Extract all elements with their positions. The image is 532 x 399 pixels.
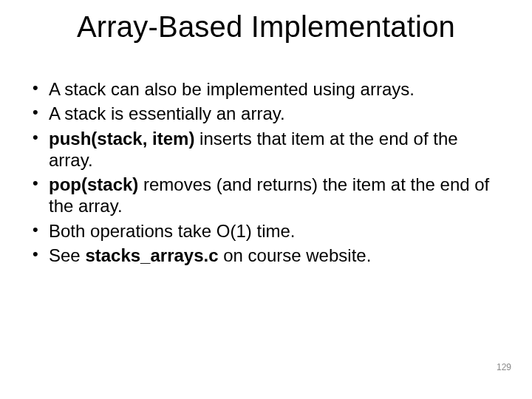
slide-body: A stack can also be implemented using ar… [30, 78, 495, 269]
bullet-bold: stacks_arrays.c [85, 245, 218, 265]
bullet-item: A stack is essentially an array. [30, 103, 495, 124]
page-number: 129 [497, 362, 511, 372]
bullet-bold: push(stack, item) [49, 129, 194, 149]
bullet-post: A stack can also be implemented using ar… [49, 79, 415, 99]
bullet-post: Both operations take O(1) time. [49, 221, 296, 241]
bullet-item: pop(stack) removes (and returns) the ite… [30, 174, 495, 217]
bullet-bold: pop(stack) [49, 174, 138, 194]
bullet-post: A stack is essentially an array. [49, 103, 285, 123]
slide-title: Array-Based Implementation [0, 10, 532, 44]
bullet-item: push(stack, item) inserts that item at t… [30, 128, 495, 171]
slide: Array-Based Implementation A stack can a… [0, 0, 532, 399]
bullet-post: on course website. [219, 245, 372, 265]
bullet-pre: See [49, 245, 85, 265]
bullet-item: See stacks_arrays.c on course website. [30, 245, 495, 266]
bullet-item: A stack can also be implemented using ar… [30, 78, 495, 100]
bullet-item: Both operations take O(1) time. [30, 220, 495, 242]
bullet-list: A stack can also be implemented using ar… [30, 78, 495, 266]
